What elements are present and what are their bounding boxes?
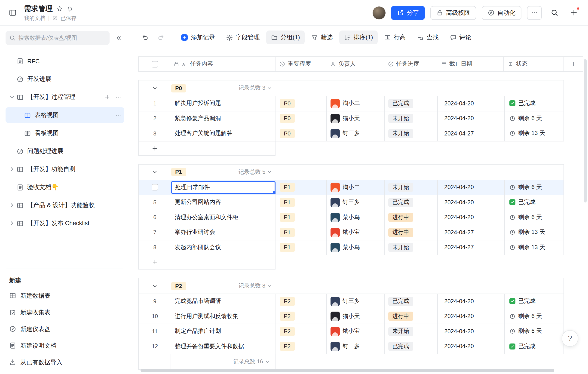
table-row[interactable]: 5更新公司网站内容P1钉三多已完成2024-04-20已完成 — [139, 195, 564, 210]
collapse-sidebar-button[interactable] — [112, 32, 124, 44]
cell-progress[interactable]: 未开始 — [385, 126, 438, 141]
new-item[interactable]: 新建数据表 — [6, 289, 124, 303]
table-row[interactable]: 12整理并备份重要文件和数据P2钉三多已完成2024-04-20已完成 — [139, 339, 564, 354]
cell-due-date[interactable]: 2024-04-20 — [438, 294, 505, 309]
cell-task[interactable]: 制定产品推广计划 — [171, 324, 276, 339]
cell-owner[interactable]: 菜小鸟 — [327, 240, 385, 255]
row-selector-cell[interactable]: 7 — [139, 225, 171, 240]
add-icon[interactable] — [104, 94, 110, 100]
toolbar-button-sort[interactable]: 排序(1) — [339, 31, 378, 44]
table-row[interactable]: 10进行用户测试和反馈收集P2猫小天进行中2024-04-20剩余 6 天 — [139, 309, 564, 324]
sidebar-item[interactable]: 问题处理进展 — [6, 143, 124, 159]
toolbar-button-find[interactable]: 查找 — [412, 31, 443, 44]
cell-priority[interactable]: P1 — [276, 210, 327, 225]
breadcrumb[interactable]: 我的文档 — [24, 15, 45, 21]
cell-priority[interactable]: P0 — [276, 111, 327, 126]
add-record-row[interactable] — [138, 255, 275, 270]
sidebar-item[interactable]: 看板视图 — [6, 125, 124, 141]
editing-cell[interactable]: 处理日常邮件 — [171, 181, 275, 194]
table-row[interactable]: 8发起内部团队会议P1菜小鸟未开始2024-04-27剩余 13 天 — [139, 240, 564, 255]
cell-due-date[interactable]: 2024-04-20 — [438, 210, 505, 225]
cell-status[interactable]: 剩余 13 天 — [505, 225, 564, 240]
table-row[interactable]: 处理日常邮件P1淘小二未开始2024-04-20剩余 6 天 — [139, 180, 564, 195]
table-row[interactable]: 1解决用户投诉问题P0淘小二已完成2024-04-20已完成 — [139, 96, 564, 111]
cell-progress[interactable]: 进行中 — [385, 225, 438, 240]
cell-owner[interactable]: 淘小二 — [327, 180, 385, 195]
group-collapse-icon[interactable] — [152, 85, 158, 91]
cell-due-date[interactable]: 2024-04-20 — [438, 111, 505, 126]
cell-task[interactable]: 紧急修复产品漏洞 — [171, 111, 276, 126]
sidebar-item[interactable]: 验收文档👇 — [6, 179, 124, 195]
cell-progress[interactable]: 已完成 — [385, 96, 438, 111]
row-selector-cell[interactable]: 10 — [139, 309, 171, 324]
sidebar-item[interactable]: 【开发】过程管理 — [6, 89, 124, 105]
cell-progress[interactable]: 进行中 — [385, 309, 438, 324]
vertical-scrollbar[interactable] — [584, 59, 587, 202]
group-record-count[interactable]: 记录总数 8 — [239, 282, 276, 290]
column-header-owner[interactable]: 负责人 — [326, 57, 384, 71]
cell-progress[interactable]: 已完成 — [385, 294, 438, 309]
cell-due-date[interactable]: 2024-04-20 — [438, 96, 505, 111]
group-collapse-icon[interactable] — [152, 169, 158, 175]
cell-due-date[interactable]: 2024-04-20 — [438, 180, 505, 195]
row-selector-cell[interactable]: 8 — [139, 240, 171, 255]
cell-status[interactable]: 剩余 6 天 — [505, 309, 564, 324]
cell-owner[interactable]: 饿小宝 — [327, 324, 385, 339]
add-column-button[interactable] — [564, 57, 583, 71]
search-button[interactable] — [547, 6, 561, 20]
cell-task[interactable]: 清理办公室桌面和文件柜 — [171, 210, 276, 225]
chevron-right-icon[interactable] — [8, 202, 16, 209]
cell-status[interactable]: 已完成 — [505, 339, 564, 354]
cell-due-date[interactable]: 2024-04-20 — [438, 339, 505, 354]
cell-priority[interactable]: P1 — [276, 240, 327, 255]
cell-due-date[interactable]: 2024-04-20 — [438, 195, 505, 210]
avatar[interactable] — [373, 6, 386, 19]
new-item[interactable]: 新建说明文档 — [6, 338, 124, 353]
cell-priority[interactable]: P2 — [276, 309, 327, 324]
cell-priority[interactable]: P2 — [276, 339, 327, 354]
toolbar-button-folder[interactable]: 分组(1) — [266, 31, 305, 44]
footer-record-count[interactable]: 记录总数 16 — [171, 354, 275, 369]
sidebar-toggle-button[interactable] — [6, 6, 20, 20]
cell-status[interactable]: 剩余 6 天 — [505, 111, 564, 126]
row-selector-cell[interactable]: 3 — [139, 126, 171, 141]
row-selector-cell[interactable]: 9 — [139, 294, 171, 309]
sidebar-item[interactable]: 【产品 & 设计】功能验收 — [6, 197, 124, 213]
row-selector-cell[interactable]: 12 — [139, 339, 171, 354]
more-button[interactable] — [527, 6, 542, 20]
bell-icon[interactable] — [67, 6, 73, 12]
table-row[interactable]: 6清理办公室桌面和文件柜P1菜小鸟进行中2024-04-20剩余 6 天 — [139, 210, 564, 225]
chevron-right-icon[interactable] — [8, 166, 16, 173]
add-record-row[interactable] — [138, 141, 275, 156]
cell-status[interactable]: 剩余 6 天 — [505, 180, 564, 195]
table-row[interactable]: 2紧急修复产品漏洞P0猫小天未开始2024-04-20剩余 6 天 — [139, 111, 564, 126]
cell-owner[interactable]: 淘小二 — [327, 96, 385, 111]
table-row[interactable]: 9完成竞品市场调研P2钉三多已完成2024-04-20已完成 — [139, 293, 564, 309]
cell-status[interactable]: 剩余 6 天 — [505, 324, 564, 339]
cell-owner[interactable]: 钉三多 — [327, 294, 385, 309]
cell-priority[interactable]: P1 — [276, 195, 327, 210]
sidebar-search[interactable] — [6, 31, 110, 45]
cell-status[interactable]: 已完成 — [505, 96, 564, 111]
sidebar-item[interactable]: 【开发】发布 Checklist — [6, 215, 124, 231]
redo-button[interactable] — [154, 31, 168, 44]
group-collapse-icon[interactable] — [152, 283, 158, 289]
sidebar-item[interactable]: 【开发】功能自测 — [6, 161, 124, 177]
create-new-button[interactable] — [567, 6, 581, 20]
cell-due-date[interactable]: 2024-04-27 — [438, 126, 505, 141]
cell-priority[interactable]: P1 — [276, 225, 327, 240]
group-record-count[interactable]: 记录总数 5 — [239, 168, 276, 176]
cell-priority[interactable]: P0 — [276, 96, 327, 111]
cell-progress[interactable]: 未开始 — [385, 111, 438, 126]
row-selector-cell[interactable]: 11 — [139, 324, 171, 339]
toolbar-button-funnel[interactable]: 筛选 — [306, 31, 337, 44]
cell-owner[interactable]: 猫小天 — [327, 309, 385, 324]
star-icon[interactable] — [56, 6, 63, 12]
cell-owner[interactable]: 钉三多 — [327, 126, 385, 141]
new-item[interactable]: 从已有数据导入 — [6, 355, 124, 369]
chevron-right-icon[interactable] — [8, 220, 16, 227]
cell-due-date[interactable]: 2024-04-27 — [438, 225, 505, 240]
cell-owner[interactable]: 钉三多 — [327, 339, 385, 354]
cell-progress[interactable]: 未开始 — [385, 324, 438, 339]
row-selector-cell[interactable]: 5 — [139, 195, 171, 210]
